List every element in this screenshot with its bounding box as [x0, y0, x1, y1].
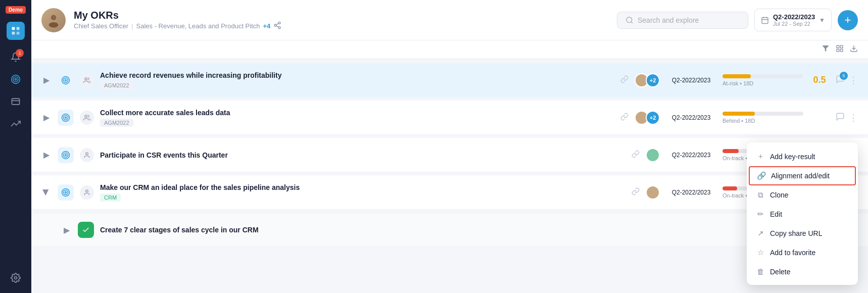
- more-options-button[interactable]: ⋮: [849, 112, 858, 123]
- dropdown-label: Copy share URL: [770, 229, 823, 237]
- svg-rect-7: [12, 99, 20, 105]
- view-toggle-icon[interactable]: [836, 44, 844, 55]
- expand-chevron[interactable]: ▶: [41, 187, 52, 198]
- svg-point-8: [15, 277, 17, 279]
- header: My OKRs Chief Sales Officer | Sales - Re…: [31, 0, 868, 40]
- period-label: Q2-2022/2023: [666, 152, 716, 159]
- notification-badge: 1: [16, 49, 24, 57]
- svg-rect-3: [17, 32, 20, 35]
- okr-tag[interactable]: AGM2022: [100, 81, 133, 89]
- page-title: My OKRs: [74, 10, 609, 21]
- svg-rect-25: [837, 49, 839, 52]
- dropdown-item-copy-url[interactable]: ↗ Copy share URL: [747, 224, 858, 243]
- dropdown-label: Add to favorite: [770, 249, 815, 257]
- dropdown-item-delete[interactable]: 🗑 Delete: [747, 262, 858, 281]
- sidebar-item-settings[interactable]: [7, 269, 25, 287]
- progress-fill: [722, 186, 737, 190]
- header-subtitle: Chief Sales Officer | Sales - Revenue, L…: [74, 21, 609, 31]
- svg-rect-23: [837, 45, 839, 48]
- progress-label: At-risk • 18D: [722, 80, 803, 86]
- avatars: +2: [635, 73, 660, 87]
- dropdown-item-edit[interactable]: ✏ Edit: [747, 205, 858, 224]
- dropdown-label: Clone: [770, 191, 789, 199]
- link-icon[interactable]: [632, 150, 640, 160]
- okr-row[interactable]: ▶ Create 7 clear stages of sales cycle i…: [31, 213, 868, 247]
- svg-point-34: [65, 117, 67, 118]
- svg-rect-18: [762, 17, 768, 23]
- okr-owner-icon: [80, 111, 94, 125]
- team-name: Sales - Revenue, Leads and Product Pitch: [136, 22, 260, 30]
- dropdown-item-favorite[interactable]: ☆ Add to favorite: [747, 243, 858, 262]
- okr-row[interactable]: ▶ Collect more accurate sales leads data…: [31, 101, 868, 135]
- okr-tag[interactable]: CRM: [100, 193, 121, 202]
- svg-point-33: [64, 115, 68, 120]
- app-logo[interactable]: [7, 22, 25, 40]
- export-icon[interactable]: [850, 44, 858, 55]
- svg-point-13: [278, 26, 280, 28]
- sidebar-item-notifications[interactable]: 1: [7, 48, 25, 66]
- avatars: +2: [635, 111, 660, 125]
- okr-type-icon: [58, 184, 74, 201]
- svg-rect-0: [12, 27, 15, 30]
- expand-chevron[interactable]: ▶: [62, 225, 72, 235]
- sidebar-item-analytics[interactable]: [7, 115, 25, 133]
- filter-icon[interactable]: [822, 44, 830, 55]
- add-button[interactable]: +: [838, 10, 858, 30]
- okr-row[interactable]: ▶ Participate in CSR events this Quarter…: [31, 138, 868, 172]
- expand-chevron[interactable]: ▶: [41, 150, 52, 160]
- more-teams-tag[interactable]: +4: [263, 22, 271, 30]
- comment-icon[interactable]: [836, 112, 845, 123]
- okr-type-icon: [58, 110, 74, 126]
- action-icons: 5 ⋮: [836, 75, 858, 86]
- user-role: Chief Sales Officer: [74, 22, 128, 30]
- okr-child-icon: [78, 222, 94, 238]
- okr-row[interactable]: ▶ Achieve record revenues while increasi…: [31, 63, 868, 97]
- expand-chevron[interactable]: ▶: [41, 75, 52, 85]
- svg-rect-26: [840, 49, 843, 52]
- period-selector[interactable]: Q2-2022/2023 Jul 22 - Sep 22 ▼: [754, 9, 832, 31]
- expand-chevron[interactable]: ▶: [41, 113, 52, 123]
- svg-point-30: [65, 79, 67, 81]
- share-url-icon: ↗: [756, 229, 765, 238]
- link-icon[interactable]: [632, 187, 640, 198]
- dropdown-item-alignment[interactable]: 🔗 Alignment add/edit: [749, 166, 856, 185]
- okr-info: Achieve record revenues while increasing…: [100, 71, 614, 89]
- okr-row[interactable]: ▶ Make our CRM an ideal place for the sa…: [31, 175, 868, 210]
- svg-point-38: [65, 154, 67, 156]
- dropdown-label: Edit: [770, 210, 782, 218]
- edit-icon: ✏: [756, 210, 765, 219]
- add-icon: ＋: [756, 152, 765, 161]
- svg-line-14: [276, 26, 279, 27]
- avatar-overflow-count: +2: [646, 111, 660, 125]
- avatars: [646, 148, 660, 162]
- svg-point-29: [64, 78, 68, 82]
- okr-owner-icon: [80, 185, 94, 200]
- svg-point-12: [274, 24, 276, 26]
- dropdown-item-clone[interactable]: ⧉ Clone: [747, 185, 858, 205]
- okr-title: Achieve record revenues while increasing…: [100, 71, 614, 79]
- svg-point-37: [64, 153, 68, 157]
- svg-point-39: [86, 152, 88, 155]
- user-avatar: [41, 8, 66, 32]
- link-icon[interactable]: [620, 75, 629, 85]
- avatar-overflow-count: +2: [646, 73, 660, 87]
- svg-rect-2: [12, 32, 15, 35]
- search-icon: [625, 16, 634, 24]
- dropdown-item-add-key-result[interactable]: ＋ Add key-result: [747, 146, 858, 166]
- okr-tag[interactable]: AGM2022: [100, 119, 133, 127]
- share-icon[interactable]: [273, 21, 281, 31]
- svg-point-31: [85, 77, 87, 80]
- header-right: Search and explore Q2-2022/2023 Jul 22 -…: [617, 9, 858, 31]
- link-icon[interactable]: [620, 113, 629, 123]
- okr-title: Create 7 clear stages of sales cycle in …: [100, 226, 419, 234]
- okr-info: Create 7 clear stages of sales cycle in …: [100, 226, 419, 234]
- search-box[interactable]: Search and explore: [617, 12, 748, 29]
- demo-badge: Demo: [6, 6, 26, 14]
- more-options-button[interactable]: ⋮: [849, 75, 858, 86]
- comment-icon[interactable]: 5: [836, 75, 845, 86]
- sidebar-item-tasks[interactable]: [7, 92, 25, 111]
- calendar-icon: [761, 16, 769, 24]
- sidebar-item-okrs[interactable]: [7, 70, 25, 88]
- progress-bar: [722, 74, 803, 78]
- period-sub: Jul 22 - Sep 22: [773, 21, 815, 27]
